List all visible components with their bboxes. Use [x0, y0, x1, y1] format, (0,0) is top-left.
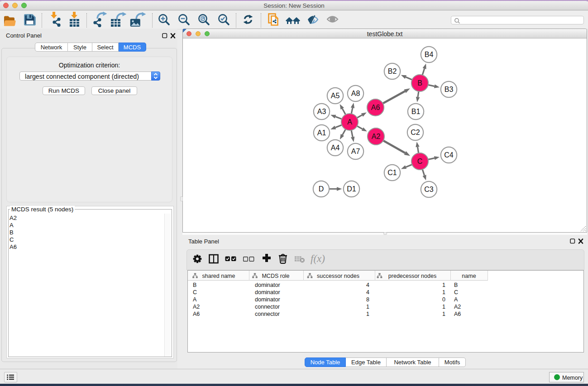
svg-text:f(x): f(x) [311, 253, 325, 264]
